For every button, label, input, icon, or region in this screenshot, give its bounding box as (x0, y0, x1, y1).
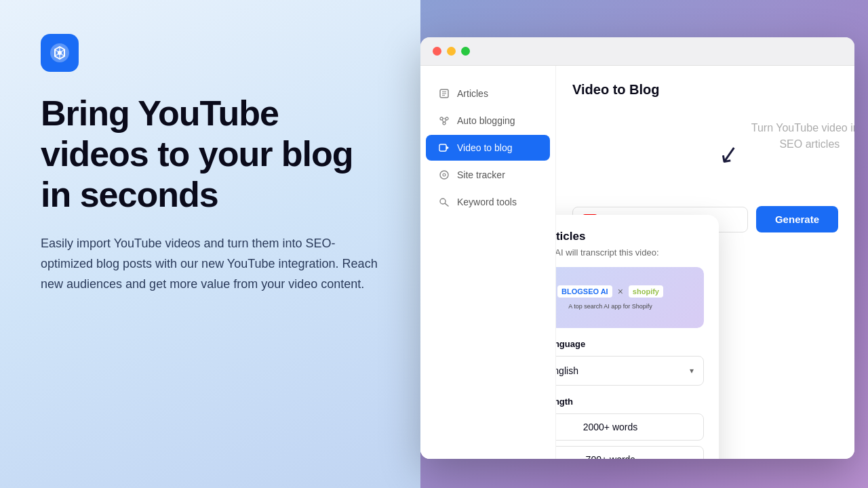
sidebar-item-site-tracker[interactable]: Site tracker (426, 162, 550, 188)
close-button[interactable] (433, 47, 441, 56)
articles-icon (438, 87, 450, 100)
maximize-button[interactable] (461, 47, 470, 56)
browser-window: Articles (420, 37, 854, 459)
length-700-button[interactable]: 700+ words (556, 446, 704, 459)
svg-point-0 (58, 51, 62, 55)
right-panel: Articles (420, 0, 868, 488)
arrow-decoration: ↙ (717, 139, 742, 171)
sidebar-item-articles[interactable]: Articles (426, 81, 550, 106)
sidebar-item-auto-blogging[interactable]: Auto blogging (426, 108, 550, 134)
modal-subtitle: BlogSEO AI will transcript this video: (556, 247, 704, 258)
minimize-button[interactable] (447, 47, 456, 56)
sidebar-item-video-to-blog[interactable]: Video to blog (426, 135, 550, 161)
chevron-down-icon: ▾ (690, 366, 694, 375)
sidebar-site-tracker-label: Site tracker (457, 169, 505, 180)
sidebar-item-keyword-tools[interactable]: Keyword tools (426, 189, 550, 215)
svg-marker-12 (446, 146, 449, 150)
language-section-label: Article language (556, 339, 704, 349)
modal-title: New Articles (556, 230, 704, 243)
generate-button[interactable]: Generate (756, 206, 838, 232)
hero-title: Bring YouTube videos to your blog in sec… (41, 94, 380, 215)
thumbnail-tagline: A top search AI app for Shopify (568, 303, 652, 310)
shopify-thumb-logo: shopify (629, 285, 663, 298)
svg-line-16 (445, 203, 448, 206)
left-panel: Bring YouTube videos to your blog in sec… (0, 0, 420, 488)
svg-line-10 (445, 120, 446, 123)
svg-point-13 (440, 171, 448, 179)
video-thumbnail: BLOGSEO AI × shopify A top search AI app… (556, 267, 704, 328)
length-2000-button[interactable]: 2000+ words (556, 413, 704, 441)
logo-icon (41, 34, 79, 72)
subtitle-line2: SEO articles (779, 138, 840, 150)
svg-line-9 (442, 120, 443, 123)
thumbnail-logo-area: BLOGSEO AI × shopify A top search AI app… (557, 285, 663, 310)
sidebar-keyword-tools-label: Keyword tools (457, 197, 517, 207)
thumbnail-inner: BLOGSEO AI × shopify A top search AI app… (556, 267, 704, 328)
auto-blogging-icon (438, 115, 450, 127)
language-value: English (556, 365, 578, 376)
site-tracker-icon (438, 169, 450, 181)
browser-chrome (420, 37, 854, 66)
keyword-tools-icon (438, 196, 450, 208)
subtitle-line1: Turn YouTube video into (751, 122, 854, 134)
separator-icon: × (618, 286, 623, 297)
logo-container (41, 34, 380, 72)
new-articles-modal: New Articles BlogSEO AI will transcript … (556, 215, 719, 459)
app-layout: Articles (420, 66, 854, 459)
language-select[interactable]: 🇺🇸 English ▾ (556, 356, 704, 386)
subtitle-text: Turn YouTube video into SEO articles (751, 120, 854, 152)
svg-point-14 (443, 174, 446, 176)
length-section-label: Article length (556, 396, 704, 407)
svg-rect-11 (439, 144, 446, 151)
sidebar-articles-label: Articles (457, 88, 488, 99)
thumbnail-logos: BLOGSEO AI × shopify (557, 285, 663, 298)
main-content: Video to Blog Turn YouTube video into SE… (556, 66, 854, 459)
video-to-blog-icon (438, 142, 450, 154)
hero-description: Easily import YouTube videos and turn th… (41, 234, 380, 294)
sidebar-video-to-blog-label: Video to blog (457, 142, 512, 153)
blogseo-thumb-logo: BLOGSEO AI (557, 285, 612, 298)
sidebar: Articles (420, 66, 556, 459)
page-title: Video to Blog (572, 82, 838, 98)
sidebar-auto-blogging-label: Auto blogging (457, 115, 515, 126)
language-left: 🇺🇸 English (556, 363, 578, 378)
